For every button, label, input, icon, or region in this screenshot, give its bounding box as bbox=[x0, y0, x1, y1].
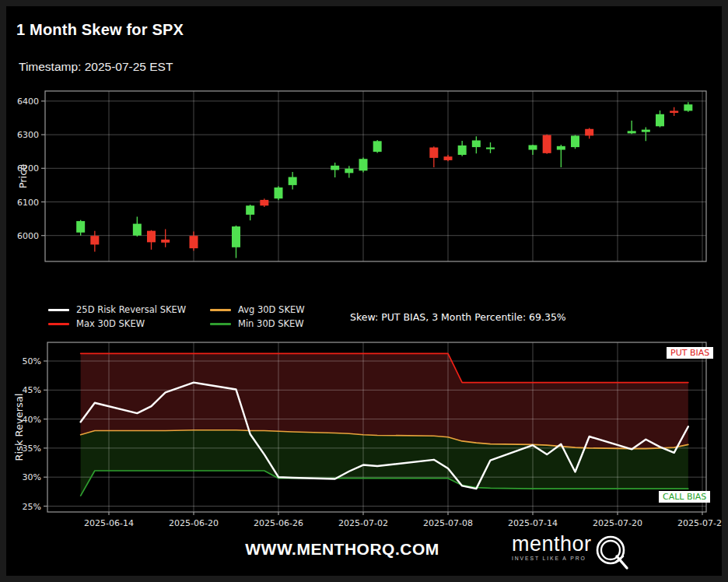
candle-body bbox=[345, 169, 353, 174]
risk-xtick-label: 2025-06-14 bbox=[84, 518, 134, 528]
risk-ytick-label: 40% bbox=[23, 415, 41, 425]
legend-item-avg-30d: Avg 30D SKEW bbox=[210, 303, 305, 317]
risk-ytick-label: 35% bbox=[23, 444, 41, 454]
candle-body bbox=[147, 231, 156, 243]
skew-percentile-annotation: Skew: PUT BIAS, 3 Month Percentile: 69.3… bbox=[350, 311, 566, 323]
skew-dashboard: 1 Month Skew for SPX Timestamp: 2025-07-… bbox=[0, 0, 728, 582]
risk-chart-fills bbox=[81, 353, 688, 496]
candle-body bbox=[472, 140, 481, 147]
legend-label: Max 30D SKEW bbox=[76, 318, 145, 329]
legend-label: Min 30D SKEW bbox=[238, 318, 304, 329]
candle-body bbox=[289, 177, 297, 185]
candle-body bbox=[571, 135, 579, 147]
candle-body bbox=[331, 166, 339, 170]
risk-xtick-label: 2025-07-14 bbox=[508, 518, 558, 528]
legend-item-min-30d: Min 30D SKEW bbox=[210, 317, 305, 331]
line-swatch-icon bbox=[210, 309, 231, 311]
candle-body bbox=[359, 159, 368, 170]
candle-body bbox=[543, 135, 551, 153]
risk-ytick-label: 30% bbox=[23, 472, 41, 482]
candle-body bbox=[76, 221, 85, 233]
price-ytick-label: 6400 bbox=[17, 96, 39, 107]
candle-body bbox=[246, 205, 254, 215]
legend-item-max-30d: Max 30D SKEW bbox=[48, 317, 210, 331]
line-swatch-icon bbox=[48, 309, 69, 311]
candle-body bbox=[670, 110, 678, 113]
q-logo-icon bbox=[590, 531, 633, 577]
price-ytick-label: 6100 bbox=[17, 198, 39, 208]
candle-body bbox=[275, 188, 283, 198]
candle-body bbox=[429, 148, 438, 158]
brand-name: menthor bbox=[512, 534, 592, 555]
candle-body bbox=[656, 114, 664, 127]
legend-label: Avg 30D SKEW bbox=[238, 304, 305, 315]
risk-xtick-label: 2025-06-26 bbox=[254, 518, 303, 528]
price-ytick-label: 6300 bbox=[17, 130, 39, 140]
candle-body bbox=[557, 146, 565, 150]
put-bias-badge: PUT BIAS bbox=[667, 347, 713, 359]
price-axis-label: Price bbox=[17, 164, 29, 189]
candle-body bbox=[628, 131, 636, 133]
brand-tagline: INVEST LIKE A PRO bbox=[512, 556, 592, 561]
legend-label: 25D Risk Reversal SKEW bbox=[76, 304, 186, 315]
candle-body bbox=[260, 200, 268, 205]
candle-body bbox=[232, 226, 240, 247]
price-candles bbox=[76, 102, 692, 258]
risk-xtick-label: 2025-07-08 bbox=[423, 518, 473, 528]
risk-xtick-label: 2025-07-20 bbox=[593, 518, 642, 528]
brand-lockup: menthor INVEST LIKE A PRO bbox=[512, 534, 592, 561]
line-swatch-icon bbox=[48, 323, 69, 325]
legend-item-25d-risk-reversal: 25D Risk Reversal SKEW bbox=[48, 303, 210, 317]
line-swatch-icon bbox=[210, 323, 231, 325]
risk-axis-label: Risk Reversal bbox=[13, 394, 25, 461]
candle-body bbox=[529, 145, 537, 149]
candle-body bbox=[133, 224, 142, 236]
candle-body bbox=[486, 148, 495, 149]
risk-xtick-label: 2025-07-02 bbox=[338, 518, 388, 528]
candle-body bbox=[90, 236, 99, 244]
candle-body bbox=[373, 141, 382, 152]
candle-body bbox=[190, 236, 198, 248]
risk-chart-legend: 25D Risk Reversal SKEW Max 30D SKEW Avg … bbox=[48, 303, 305, 331]
candle-body bbox=[458, 146, 467, 155]
risk-xtick-label: 2025-07-26 bbox=[677, 518, 727, 528]
charts-canvas: 6000610062006300640025%30%35%40%45%50%20… bbox=[0, 0, 728, 582]
risk-ytick-label: 25% bbox=[23, 502, 41, 512]
candle-body bbox=[161, 240, 170, 243]
candle-body bbox=[585, 129, 593, 136]
candle-body bbox=[684, 104, 692, 110]
price-ytick-label: 6000 bbox=[17, 231, 39, 241]
candle-body bbox=[642, 130, 650, 132]
risk-ytick-label: 45% bbox=[23, 385, 41, 395]
risk-xtick-label: 2025-06-20 bbox=[169, 518, 219, 528]
call-bias-badge: CALL BIAS bbox=[659, 491, 710, 503]
website-url: WWW.MENTHORQ.COM bbox=[179, 540, 506, 559]
candle-body bbox=[444, 156, 453, 160]
risk-ytick-label: 50% bbox=[23, 356, 41, 366]
